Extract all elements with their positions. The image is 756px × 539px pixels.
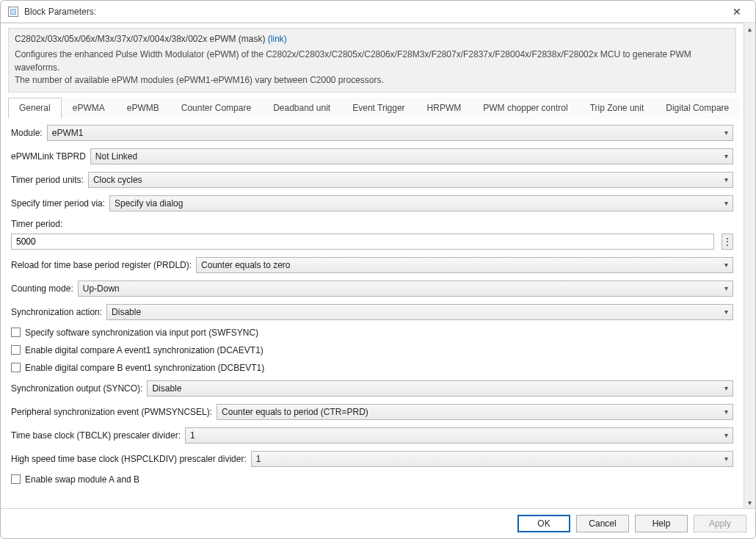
cancel-button[interactable]: Cancel (576, 515, 629, 532)
scroll-down-icon[interactable]: ▾ (744, 496, 756, 508)
label-swfsync: Specify software synchronization via inp… (25, 328, 258, 338)
tab-content: Module: ePWM1 ePWMLink TBPRD Not Linked … (8, 119, 736, 499)
label-link-tbprd: ePWMLink TBPRD (11, 151, 86, 162)
tabs: General ePWMA ePWMB Counter Compare Dead… (8, 97, 736, 119)
dropdown-counting-value: Up-Down (83, 283, 120, 294)
ok-button[interactable]: OK (517, 515, 570, 532)
dropdown-prdld-value: Counter equals to zero (201, 260, 290, 270)
label-hspclk: High speed time base clock (HSPCLKDIV) p… (11, 454, 247, 464)
tab-trip-zone[interactable]: Trip Zone unit (579, 98, 655, 119)
row-module: Module: ePWM1 (11, 125, 733, 141)
dropdown-link-tbprd-value: Not Linked (95, 151, 137, 162)
dropdown-pwmsyncsel-value: Counter equals to period (CTR=PRD) (222, 407, 368, 417)
label-swap: Enable swap module A and B (25, 474, 139, 485)
label-synco: Synchronization output (SYNCO): (11, 383, 142, 394)
dropdown-module[interactable]: ePWM1 (47, 125, 733, 141)
row-timer-period: ⋮ (11, 234, 733, 250)
dropdown-timer-units-value: Clock cycles (93, 175, 142, 185)
dropdown-tbclk[interactable]: 1 (185, 427, 733, 444)
row-specify-via: Specify timer period via: Specify via di… (11, 195, 733, 211)
dropdown-tbclk-value: 1 (190, 430, 195, 441)
dropdown-prdld[interactable]: Counter equals to zero (196, 257, 733, 273)
tab-digital-compare[interactable]: Digital Compare (655, 98, 740, 119)
tab-hrpwm[interactable]: HRPWM (416, 98, 473, 119)
mask-desc-1: Configures the enhanced Pulse Width Modu… (15, 48, 730, 74)
tab-pwm-chopper[interactable]: PWM chopper control (472, 98, 578, 119)
label-sync-action: Synchronization action: (11, 307, 102, 317)
row-timer-units: Timer period units: Clock cycles (11, 172, 733, 188)
dropdown-pwmsyncsel[interactable]: Counter equals to period (CTR=PRD) (217, 404, 733, 420)
vertical-scrollbar[interactable]: ▴ ▾ (744, 23, 755, 508)
dialog-body: C2802x/03x/05x/06x/M3x/37x/07x/004x/38x/… (1, 23, 755, 508)
label-timer-period: Timer period: (11, 219, 62, 229)
row-synco: Synchronization output (SYNCO): Disable (11, 380, 733, 397)
checkbox-swap[interactable] (11, 474, 21, 484)
tab-general[interactable]: General (8, 98, 62, 119)
scroll-area: C2802x/03x/05x/06x/M3x/37x/07x/004x/38x/… (1, 23, 744, 508)
label-dcbevt1: Enable digital compare B event1 synchron… (25, 363, 264, 373)
dropdown-hspclk[interactable]: 1 (251, 451, 733, 467)
tab-epwma[interactable]: ePWMA (62, 98, 116, 119)
titlebar: Block Parameters: ✕ (1, 1, 755, 23)
dropdown-specify-via[interactable]: Specify via dialog (109, 195, 733, 211)
tab-epwmb[interactable]: ePWMB (116, 98, 170, 119)
scroll-up-icon[interactable]: ▴ (744, 23, 756, 35)
dropdown-sync-action[interactable]: Disable (106, 304, 733, 320)
dropdown-module-value: ePWM1 (52, 128, 84, 138)
tab-deadband-unit[interactable]: Deadband unit (262, 98, 341, 119)
dialog-window: Block Parameters: ✕ C2802x/03x/05x/06x/M… (0, 0, 756, 539)
label-specify-via: Specify timer period via: (11, 198, 105, 209)
row-dcaevt1: Enable digital compare A event1 synchron… (11, 345, 733, 355)
row-prdld: Reload for time base period register (PR… (11, 257, 733, 273)
row-dcbevt1: Enable digital compare B event1 synchron… (11, 363, 733, 373)
dialog-footer: OK Cancel Help Apply (1, 508, 755, 538)
dropdown-synco-value: Disable (152, 383, 181, 394)
row-swap: Enable swap module A and B (11, 474, 733, 485)
label-prdld: Reload for time base period register (PR… (11, 260, 192, 270)
label-tbclk: Time base clock (TBCLK) prescaler divide… (11, 430, 181, 441)
tab-counter-compare[interactable]: Counter Compare (170, 98, 262, 119)
row-tbclk: Time base clock (TBCLK) prescaler divide… (11, 427, 733, 444)
row-swfsync: Specify software synchronization via inp… (11, 328, 733, 338)
timer-period-more-button[interactable]: ⋮ (722, 234, 733, 250)
help-button[interactable]: Help (635, 515, 688, 532)
label-counting: Counting mode: (11, 283, 73, 294)
dropdown-link-tbprd[interactable]: Not Linked (90, 148, 733, 164)
dropdown-timer-units[interactable]: Clock cycles (88, 172, 733, 188)
dropdown-sync-action-value: Disable (112, 307, 141, 317)
dropdown-hspclk-value: 1 (256, 454, 261, 464)
label-dcaevt1: Enable digital compare A event1 synchron… (25, 345, 263, 355)
row-counting: Counting mode: Up-Down (11, 281, 733, 297)
window-title: Block Parameters: (24, 7, 96, 17)
mask-type-text: C2802x/03x/05x/06x/M3x/37x/07x/004x/38x/… (15, 34, 268, 44)
row-hspclk: High speed time base clock (HSPCLKDIV) p… (11, 451, 733, 467)
mask-link[interactable]: (link) (268, 34, 287, 44)
checkbox-dcbevt1[interactable] (11, 363, 21, 372)
dropdown-synco[interactable]: Disable (147, 380, 733, 397)
input-timer-period[interactable] (11, 234, 714, 250)
tab-event-trigger[interactable]: Event Trigger (341, 98, 415, 119)
app-icon (8, 7, 18, 17)
dropdown-counting[interactable]: Up-Down (78, 281, 733, 297)
row-pwmsyncsel: Peripheral synchronization event (PWMSYN… (11, 404, 733, 420)
close-button[interactable]: ✕ (726, 4, 748, 20)
apply-button: Apply (694, 515, 746, 532)
mask-desc-2: The number of available ePWM modules (eP… (15, 74, 730, 87)
label-pwmsyncsel: Peripheral synchronization event (PWMSYN… (11, 407, 212, 417)
dropdown-specify-via-value: Specify via dialog (115, 198, 183, 209)
checkbox-dcaevt1[interactable] (11, 345, 21, 355)
label-timer-units: Timer period units: (11, 175, 84, 185)
row-sync-action: Synchronization action: Disable (11, 304, 733, 320)
mask-description: C2802x/03x/05x/06x/M3x/37x/07x/004x/38x/… (8, 28, 736, 93)
label-module: Module: (11, 128, 43, 138)
checkbox-swfsync[interactable] (11, 328, 21, 337)
row-link-tbprd: ePWMLink TBPRD Not Linked (11, 148, 733, 164)
